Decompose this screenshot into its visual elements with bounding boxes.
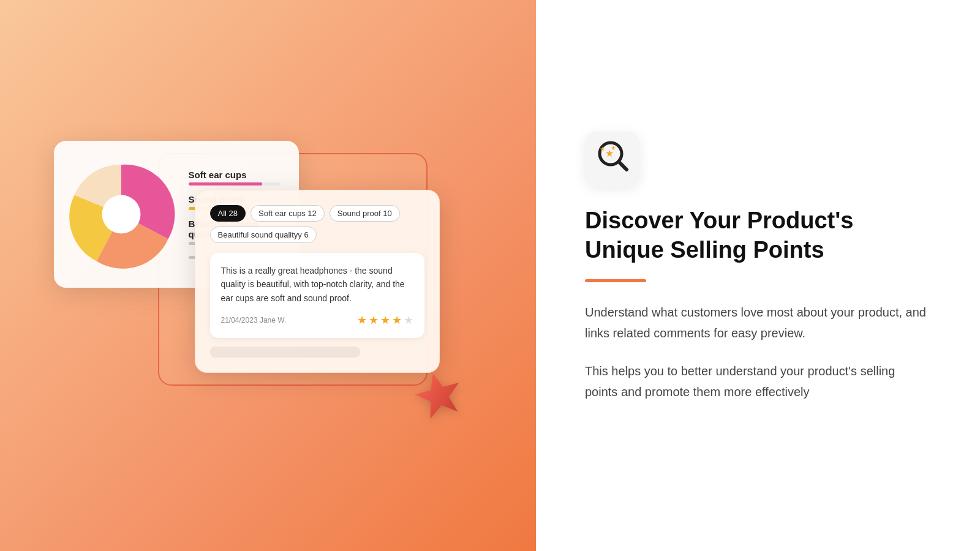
tag-soft-ear-cups[interactable]: Soft ear cups 12: [251, 205, 325, 222]
review-preview-bar: [210, 347, 360, 358]
star-1: ★: [357, 313, 367, 327]
description-2: This helps you to better understand your…: [585, 361, 931, 402]
title-line-2: Unique Selling Points: [585, 237, 824, 263]
tag-sound-proof[interactable]: Sound proof 10: [330, 205, 400, 222]
star-4: ★: [392, 313, 402, 327]
review-date-author: 21/04/2023 Jane W.: [221, 316, 287, 324]
star-rating: ★ ★ ★ ★ ★: [357, 313, 413, 327]
app-icon: ★ ★ ★: [595, 138, 630, 181]
star-3d-decoration: [408, 364, 470, 433]
svg-text:★: ★: [611, 144, 616, 151]
page-title: Discover Your Product's Unique Selling P…: [585, 206, 931, 264]
tag-beautiful-sound[interactable]: Beautiful sound qualityy 6: [210, 227, 317, 243]
svg-line-4: [619, 162, 627, 170]
app-icon-wrapper: ★ ★ ★: [585, 132, 640, 187]
legend-item-1: Soft ear cups: [189, 170, 281, 186]
legend-label-1: Soft ear cups: [189, 170, 281, 180]
legend-bar-fill-1: [189, 182, 262, 186]
star-3: ★: [380, 313, 390, 327]
star-5: ★: [404, 313, 413, 327]
tag-all[interactable]: All 28: [210, 205, 246, 222]
star-2: ★: [369, 313, 379, 327]
right-panel: ★ ★ ★ Discover Your Product's Unique Sel…: [536, 0, 980, 551]
legend-bar-bg-1: [189, 182, 281, 186]
review-card: This is a really great headphones - the …: [210, 253, 424, 338]
orange-divider: [585, 279, 646, 282]
svg-text:★: ★: [600, 146, 605, 152]
review-meta: 21/04/2023 Jane W. ★ ★ ★ ★ ★: [221, 313, 413, 327]
review-text: This is a really great headphones - the …: [221, 264, 413, 305]
left-panel: Soft ear cups Sound proof Beautiful soun…: [0, 0, 536, 551]
cards-container: Soft ear cups Sound proof Beautiful soun…: [36, 92, 501, 459]
pie-chart: [66, 159, 176, 269]
svg-marker-2: [411, 368, 466, 421]
description-1: Understand what customers love most abou…: [585, 302, 931, 343]
tags-row: All 28 Soft ear cups 12 Sound proof 10 B…: [210, 205, 424, 243]
reviews-card: All 28 Soft ear cups 12 Sound proof 10 B…: [195, 190, 440, 373]
title-line-1: Discover Your Product's: [585, 208, 853, 233]
svg-point-0: [102, 195, 140, 234]
